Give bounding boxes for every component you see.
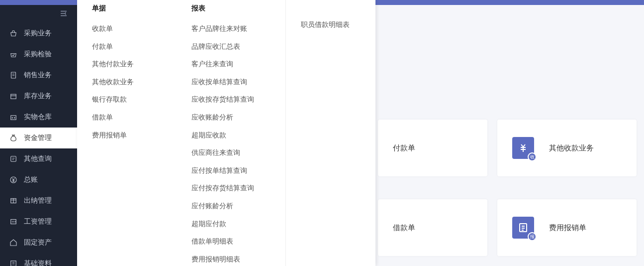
sidebar-item-label: 出纳管理 [24,196,52,205]
home-icon [9,238,18,247]
flyout-link[interactable]: 其他收款业务 [92,73,162,91]
card-other-receipt[interactable]: 收 其他收款业务 [497,120,637,176]
sidebar-item-label: 基础资料 [24,259,52,266]
card-label: 费用报销单 [549,223,586,233]
flyout-link[interactable]: 借款单明细表 [191,233,271,251]
sidebar-item-purchase-inspect[interactable]: 采购检验 [0,44,77,65]
sidebar-item-label: 固定资产 [24,238,52,247]
card-label: 其他收款业务 [549,143,594,153]
flyout-link[interactable]: 收款单 [92,20,162,38]
flyout-link[interactable]: 其他付款业务 [92,55,162,73]
flyout-link[interactable]: 应收账龄分析 [191,109,271,127]
sidebar-item-label: 工资管理 [24,217,52,226]
clipboard-icon [9,71,18,80]
badge-receipt: 收 [528,152,537,161]
sidebar-item-purchase[interactable]: 采购业务 [0,23,77,44]
sidebar-item-finance[interactable]: 资金管理 [0,128,77,148]
submenu-flyout: 单据 收款单 付款单 其他付款业务 其他收款业务 银行存取款 借款单 费用报销单… [77,0,375,266]
box-icon [9,92,18,101]
sidebar-collapse-button[interactable] [0,5,77,23]
flyout-link[interactable]: 应付按单结算查询 [191,162,271,180]
svg-point-4 [14,118,15,119]
svg-rect-2 [11,116,16,120]
flyout-column-reports-2: 职员借款明细表 [286,0,375,266]
sidebar-item-basic-data[interactable]: 基础资料 [0,253,77,266]
flyout-link[interactable]: 应付按存货结算查询 [191,179,271,197]
warehouse-icon [9,113,18,122]
card-loan[interactable]: 借款单 [378,199,487,256]
sidebar-item-label: 其他查询 [24,154,52,163]
flyout-link[interactable]: 超期应收款 [191,127,271,144]
sidebar-item-sales[interactable]: 销售业务 [0,65,77,86]
yen-circle-icon [9,175,18,184]
flyout-column-reports: 报表 客户品牌往来对账 品牌应收汇总表 客户往来查询 应收按单结算查询 应收按存… [177,0,286,266]
flyout-link[interactable]: 供应商往来查询 [191,144,271,162]
svg-rect-1 [11,94,16,99]
svg-point-3 [12,118,13,119]
sidebar-item-label: 采购业务 [24,29,52,38]
flyout-link[interactable]: 职员借款明细表 [301,16,361,34]
card-label: 付款单 [393,143,415,153]
payroll-icon [9,217,18,226]
sidebar-item-ledger[interactable]: 总账 [0,169,77,190]
sidebar-item-label: 销售业务 [24,71,52,80]
badge-expense: 报 [528,232,537,241]
sidebar-item-cashier[interactable]: 出纳管理 [0,190,77,211]
flyout-header-documents: 单据 [92,4,162,13]
basket-check-icon [9,50,18,59]
sidebar-item-label: 总账 [24,175,38,184]
sidebar: 采购业务 采购检验 销售业务 库存业务 实物仓库 资金管理 其他查询 总账 出纳… [0,5,77,266]
yen-receipt-icon: 收 [512,137,534,159]
flyout-link[interactable]: 应付账龄分析 [191,197,271,215]
flyout-link[interactable]: 客户往来查询 [191,55,271,73]
search-doc-icon [9,154,18,163]
money-bag-icon [9,133,18,142]
flyout-column-documents: 单据 收款单 付款单 其他付款业务 其他收款业务 银行存取款 借款单 费用报销单 [77,0,177,266]
svg-rect-5 [11,156,16,162]
sidebar-item-fixed-assets[interactable]: 固定资产 [0,232,77,253]
svg-rect-0 [11,72,16,78]
flyout-link[interactable]: 应收按存货结算查询 [191,91,271,109]
flyout-link[interactable]: 借款单 [92,109,162,127]
sidebar-item-warehouse[interactable]: 实物仓库 [0,107,77,128]
card-expense[interactable]: 报 费用报销单 [497,199,637,256]
flyout-link[interactable]: 品牌应收汇总表 [191,38,271,56]
flyout-link[interactable]: 客户品牌往来对账 [191,20,271,38]
data-icon [9,259,18,266]
sidebar-item-inventory[interactable]: 库存业务 [0,86,77,107]
sidebar-item-payroll[interactable]: 工资管理 [0,211,77,232]
flyout-header-reports: 报表 [191,4,271,13]
sidebar-item-label: 库存业务 [24,92,52,101]
sidebar-item-label: 实物仓库 [24,113,52,122]
cashier-icon [9,196,18,205]
card-label: 借款单 [393,223,415,233]
sidebar-item-label: 资金管理 [24,133,52,142]
flyout-link[interactable]: 银行存取款 [92,91,162,109]
flyout-link[interactable]: 应收按单结算查询 [191,73,271,91]
flyout-link[interactable]: 付款单 [92,38,162,56]
flyout-link[interactable]: 超期应付款 [191,215,271,233]
sidebar-item-label: 采购检验 [24,50,52,59]
document-lines-icon: 报 [512,217,534,239]
card-payment[interactable]: 付款单 [378,120,487,176]
basket-icon [9,29,18,38]
flyout-link[interactable]: 费用报销明细表 [191,251,271,266]
svg-rect-9 [11,261,16,266]
sidebar-item-other-query[interactable]: 其他查询 [0,148,77,169]
menu-collapse-icon [59,9,68,19]
flyout-link[interactable]: 费用报销单 [92,127,162,144]
